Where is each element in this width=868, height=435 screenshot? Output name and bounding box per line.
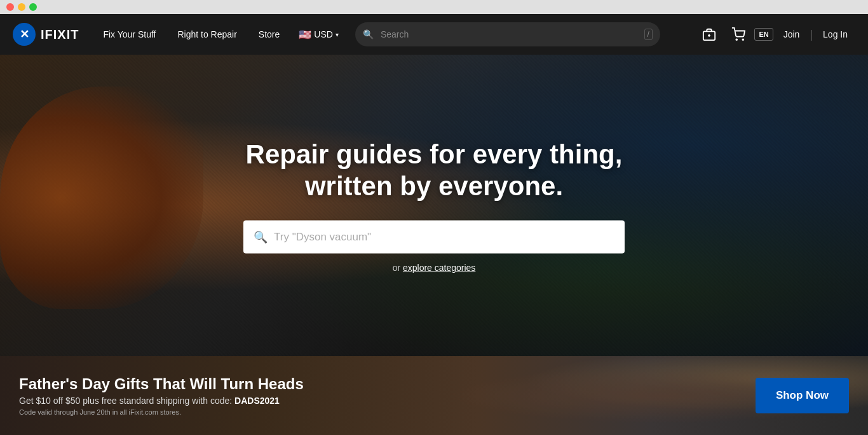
svg-point-4: [743, 39, 744, 40]
chevron-down-icon: ▾: [336, 31, 339, 38]
promo-subtitle-prefix: Get $10 off $50 plus free standard shipp…: [19, 396, 234, 406]
flag-icon: 🇺🇸: [299, 29, 311, 41]
nav-fix-your-stuff[interactable]: Fix Your Stuff: [94, 24, 165, 45]
svg-point-3: [736, 39, 738, 40]
hero-explore-text: or explore categories: [243, 262, 625, 272]
login-button[interactable]: Log In: [815, 24, 855, 45]
maximize-button[interactable]: [29, 3, 37, 11]
promo-code: DADS2021: [234, 396, 280, 406]
promo-banner: Father's Day Gifts That Will Turn Heads …: [0, 356, 868, 435]
logo-text: IFIXIT: [41, 27, 79, 42]
logo-icon: ✕: [13, 23, 36, 46]
language-badge[interactable]: EN: [754, 28, 773, 41]
hero-search-bar: 🔍: [243, 220, 625, 253]
currency-selector[interactable]: 🇺🇸 USD ▾: [292, 24, 345, 46]
cart-icon-btn[interactable]: [725, 22, 752, 46]
nav-right-to-repair[interactable]: Right to Repair: [168, 24, 245, 45]
minimize-button[interactable]: [18, 3, 25, 11]
hero-search-input[interactable]: [274, 230, 614, 243]
navbar: ✕ IFIXIT Fix Your Stuff Right to Repair …: [0, 14, 868, 55]
nav-links: Fix Your Stuff Right to Repair Store 🇺🇸 …: [94, 24, 344, 46]
hero-search-icon: 🔍: [254, 230, 268, 244]
currency-code: USD: [314, 29, 333, 39]
window-chrome: [0, 0, 868, 14]
logo-link[interactable]: ✕ IFIXIT: [13, 23, 79, 46]
explore-categories-link[interactable]: explore categories: [403, 262, 475, 272]
navbar-search-bar: 🔍 /: [355, 22, 660, 46]
navbar-right: EN Join | Log In: [696, 22, 855, 46]
promo-subtitle: Get $10 off $50 plus free standard shipp…: [19, 396, 304, 406]
hero-title: Repair guides for every thing, written b…: [243, 139, 625, 203]
navbar-search-input[interactable]: [355, 22, 660, 46]
promo-cta: Shop Now: [756, 378, 849, 413]
search-icon: 🔍: [363, 29, 374, 39]
close-button[interactable]: [6, 3, 14, 11]
nav-store[interactable]: Store: [250, 24, 288, 45]
promo-content: Father's Day Gifts That Will Turn Heads …: [19, 356, 304, 435]
hero-content: Repair guides for every thing, written b…: [243, 139, 625, 273]
join-button[interactable]: Join: [776, 24, 808, 45]
toolbox-icon-btn[interactable]: [696, 22, 722, 46]
search-slash-hint: /: [644, 29, 653, 40]
promo-fine-print: Code valid through June 20th in all iFix…: [19, 408, 304, 416]
nav-divider: |: [810, 28, 813, 41]
promo-title: Father's Day Gifts That Will Turn Heads: [19, 375, 304, 394]
hero-explore-prefix: or: [393, 262, 403, 272]
shop-now-button[interactable]: Shop Now: [756, 378, 849, 413]
hero-section: Repair guides for every thing, written b…: [0, 55, 868, 356]
